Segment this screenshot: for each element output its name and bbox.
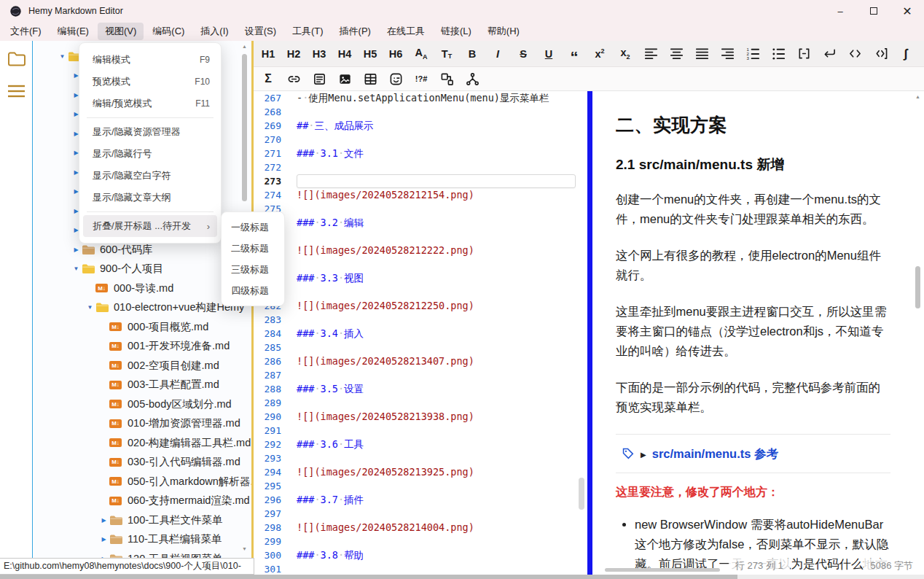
tree-row[interactable]: ▼010-electron+vue构建Hemy	[34, 298, 251, 318]
editor-line[interactable]: 297	[254, 507, 587, 521]
blockquote-icon[interactable]: “	[563, 44, 585, 63]
align-left-icon[interactable]	[640, 44, 662, 63]
window-hscrollbar[interactable]	[0, 575, 924, 579]
view-menu-item-8[interactable]: 显示/隐藏文章大纲	[83, 187, 217, 209]
h3-button[interactable]: H3	[308, 44, 330, 63]
menubar-item-5[interactable]: 插入(I)	[193, 23, 235, 40]
tree-row[interactable]: M↓050-引入markdown解析器.md	[34, 472, 251, 491]
emoji-icon[interactable]	[385, 69, 407, 89]
view-menu-item-2[interactable]: 预览模式F10	[83, 71, 217, 93]
mindmap-icon[interactable]	[461, 69, 483, 89]
submenu-item-2[interactable]: 二级标题	[222, 238, 284, 259]
view-menu-item-1[interactable]: 编辑模式F9	[83, 49, 217, 71]
menubar-item-6[interactable]: 设置(S)	[238, 23, 283, 40]
editor-line[interactable]: 292###·3.6·工具	[254, 438, 587, 451]
close-button[interactable]: ✕	[890, 0, 924, 22]
scroll-up-icon[interactable]: ▲	[913, 94, 923, 99]
preview-scrollbar[interactable]: ▲	[913, 93, 923, 570]
editor-line[interactable]: 289	[254, 396, 587, 410]
editor-line[interactable]: 290![](images/20240528213938.png)	[254, 410, 587, 424]
tree-row[interactable]: M↓010-增加资源管理器.md	[34, 414, 251, 434]
tree-row[interactable]: M↓020-构建编辑器工具栏.md	[34, 433, 251, 453]
submenu-item-1[interactable]: 一级标题	[222, 217, 284, 238]
view-menu-item-5[interactable]: 显示/隐藏资源管理器	[83, 121, 217, 143]
view-menu-item-10[interactable]: 折叠/展开标题 ...待开发›	[83, 215, 217, 237]
h2-button[interactable]: H2	[283, 44, 305, 63]
bold-icon[interactable]: B	[461, 44, 483, 63]
chevron-down-icon[interactable]: ▼	[71, 265, 82, 272]
tree-scrollbar-thumb[interactable]	[242, 54, 247, 201]
tree-row[interactable]: M↓003-工具栏配置.md	[34, 376, 251, 395]
editor-line[interactable]: 268	[254, 105, 587, 119]
menubar-item-4[interactable]: 编码(C)	[145, 23, 192, 40]
editor-line[interactable]: 274![](images/20240528212154.png)	[254, 188, 587, 202]
maximize-button[interactable]	[857, 0, 890, 22]
menubar-item-7[interactable]: 工具(T)	[285, 23, 331, 40]
editor-line[interactable]: 286![](images/20240528213407.png)	[254, 354, 587, 368]
menubar-item-11[interactable]: 帮助(H)	[480, 23, 527, 40]
sigma-icon[interactable]: Σ	[257, 69, 279, 89]
editor-line[interactable]: 301	[254, 562, 587, 575]
underline-icon[interactable]: U	[538, 44, 560, 63]
font-size-icon[interactable]: AA	[410, 44, 432, 63]
unordered-list-icon[interactable]	[767, 44, 789, 63]
editor-line[interactable]: 277	[254, 230, 587, 244]
editor-current-line[interactable]: 273	[254, 174, 587, 188]
tree-row[interactable]: M↓030-引入代码编辑器.md	[34, 453, 251, 473]
editor-line[interactable]: 275	[254, 202, 587, 216]
title-case-icon[interactable]: TT	[436, 44, 458, 63]
tree-row[interactable]: M↓000-项目概览.md	[34, 317, 251, 337]
tree-row[interactable]: M↓000-导读.md	[34, 279, 251, 298]
link-icon[interactable]	[283, 69, 305, 89]
editor-line[interactable]: 272	[254, 160, 587, 174]
submenu-item-4[interactable]: 四级标题	[222, 280, 284, 301]
code-block-icon[interactable]	[869, 44, 891, 63]
tree-row[interactable]: M↓060-支持mermaid渲染.md	[34, 491, 251, 511]
window-hscrollbar-thumb[interactable]	[0, 575, 737, 579]
line-break-icon[interactable]	[818, 44, 840, 63]
editor-line[interactable]: 281	[254, 285, 587, 299]
chevron-down-icon[interactable]: ▼	[85, 304, 95, 311]
tree-row[interactable]: M↓001-开发环境准备.md	[34, 337, 251, 357]
image-icon[interactable]	[334, 69, 356, 89]
view-menu-item-6[interactable]: 显示/隐藏行号	[83, 143, 217, 165]
editor-line[interactable]: 271###·3.1·文件	[254, 147, 587, 160]
editor-line[interactable]: 291	[254, 424, 587, 438]
scroll-up-icon[interactable]: ▲	[240, 44, 249, 49]
menubar-item-2[interactable]: 编辑(E)	[50, 23, 96, 40]
editor-line[interactable]: 279	[254, 257, 587, 271]
editor-line[interactable]: 284###·3.4·插入	[254, 327, 587, 341]
view-menu-item-3[interactable]: 编辑/预览模式F11	[83, 93, 217, 114]
tree-row[interactable]: ▼900-个人项目	[34, 260, 251, 279]
editor-line[interactable]: 300###·3.8·帮助	[254, 548, 587, 562]
editor-line[interactable]: 280###·3.3·视图	[254, 271, 587, 285]
menubar-item-10[interactable]: 链接(L)	[434, 23, 479, 40]
submenu-item-3[interactable]: 三级标题	[222, 259, 284, 280]
h4-button[interactable]: H4	[334, 44, 356, 63]
special-char-icon[interactable]: !?#	[410, 69, 432, 89]
editor-line[interactable]: 294![](images/20240528213925.png)	[254, 465, 587, 479]
form-icon[interactable]	[308, 69, 330, 89]
editor-line[interactable]: 293	[254, 451, 587, 465]
chevron-right-icon[interactable]: ▶	[98, 536, 109, 543]
minimize-button[interactable]: –	[823, 0, 857, 22]
preview-details-toggle[interactable]: ▶src/main/menu.ts 参考	[622, 446, 890, 462]
editor-line[interactable]: 267-·使用Menu.setApplicationMenu(menu)显示菜单…	[254, 91, 587, 105]
tree-row[interactable]: M↓002-空项目创建.md	[34, 356, 251, 376]
editor-scrollbar-thumb[interactable]	[579, 478, 584, 510]
formula-icon[interactable]: ∫	[895, 44, 917, 63]
align-justify-icon[interactable]	[691, 44, 713, 63]
align-right-icon[interactable]	[716, 44, 738, 63]
h6-button[interactable]: H6	[385, 44, 407, 63]
flowchart-icon[interactable]	[436, 69, 458, 89]
tree-row[interactable]: M↓005-body区域划分.md	[34, 395, 251, 414]
italic-icon[interactable]: I	[487, 44, 509, 63]
scroll-down-icon[interactable]: ▼	[240, 546, 249, 551]
editor-line[interactable]: 283	[254, 313, 587, 327]
editor-line[interactable]: 285	[254, 341, 587, 354]
superscript-icon[interactable]: x2	[589, 44, 611, 63]
menubar-item-1[interactable]: 文件(F)	[3, 23, 49, 40]
editor-line[interactable]: 298![](images/20240528214004.png)	[254, 521, 587, 535]
preview-scrollbar-thumb[interactable]	[915, 266, 920, 308]
task-list-icon[interactable]	[793, 44, 815, 63]
